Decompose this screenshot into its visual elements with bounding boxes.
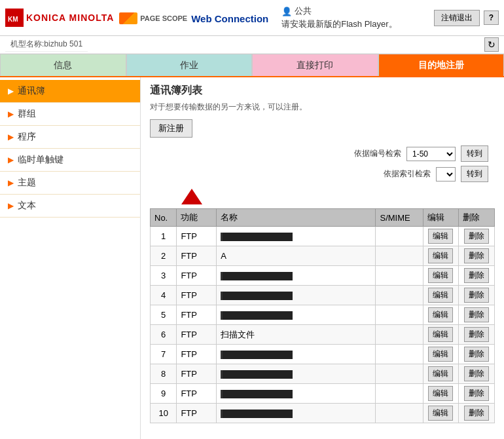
index-select[interactable] [436,167,456,181]
new-register-button[interactable]: 新注册 [150,119,192,138]
edit-button[interactable]: 编辑 [428,366,453,381]
search-row-number: 依据编号检索 1-50 51-100 101-150 转到 [354,145,488,162]
sidebar-item-one-touch[interactable]: ▶ 临时单触键 [0,149,140,172]
col-header-no: No. [151,209,177,227]
arrow-icon: ▶ [8,86,14,96]
cell-smime [376,325,423,345]
cell-delete: 删除 [459,266,495,286]
edit-button[interactable]: 编辑 [428,248,453,263]
cell-name: A [217,246,376,266]
cell-edit: 编辑 [423,384,459,404]
cell-smime [376,246,423,266]
goto-button-index[interactable]: 转到 [461,166,488,182]
edit-button[interactable]: 编辑 [428,288,453,303]
cell-smime [376,384,423,404]
redacted-name [221,272,293,280]
table-row: 2FTPA编辑删除 [151,246,495,266]
header: KM KONICA MINOLTA PAGE SCOPE Web Connect… [0,0,504,36]
cell-delete: 删除 [459,345,495,364]
cell-delete: 删除 [459,227,495,246]
km-icon: KM [5,9,24,27]
edit-button[interactable]: 编辑 [428,406,453,421]
pagescope-logo: PAGE SCOPE Web Connection [119,12,268,24]
sidebar-label-group: 群组 [18,108,36,120]
pagescope-label: PAGE SCOPE [140,14,187,22]
redacted-name [221,370,293,379]
sidebar-label-program: 程序 [18,131,36,143]
sidebar-item-address-book[interactable]: ▶ 通讯簿 [0,80,140,103]
redacted-name [221,311,293,320]
header-right: 注销退出 ? [434,10,499,26]
cell-name [217,384,376,404]
cell-no: 2 [151,246,177,266]
cell-func: FTP [177,325,217,345]
user-info: 👤 公共 [281,5,420,17]
edit-button[interactable]: 编辑 [428,327,453,342]
sidebar-label-text: 文本 [18,200,36,212]
user-label: 公共 [295,5,312,17]
cell-name [217,305,376,325]
delete-button[interactable]: 删除 [464,327,489,342]
cell-edit: 编辑 [423,266,459,286]
table-body: 1FTP编辑删除2FTPA编辑删除3FTP编辑删除4FTP编辑删除5FTP编辑删… [151,227,495,423]
redacted-name [221,292,293,300]
delete-button[interactable]: 删除 [464,406,489,421]
edit-button[interactable]: 编辑 [428,386,453,401]
flash-message: 请安装最新版的Flash Player。 [281,18,420,30]
table-row: 7FTP编辑删除 [151,345,495,364]
machine-name-bar: 机型名称:bizhub 501 ↻ [0,36,504,54]
cell-edit: 编辑 [423,305,459,325]
tab-job[interactable]: 作业 [126,54,253,76]
konica-minolta-logo: KM KONICA MINOLTA [5,9,114,27]
delete-button[interactable]: 删除 [464,386,489,401]
sidebar-item-theme[interactable]: ▶ 主题 [0,172,140,195]
cell-name [217,364,376,384]
delete-button[interactable]: 删除 [464,248,489,263]
delete-button[interactable]: 删除 [464,229,489,244]
table-row: 3FTP编辑删除 [151,266,495,286]
number-range-select[interactable]: 1-50 51-100 101-150 [406,147,456,161]
cell-func: FTP [177,227,217,246]
table-row: 5FTP编辑删除 [151,305,495,325]
sidebar-item-group[interactable]: ▶ 群组 [0,103,140,126]
help-button[interactable]: ? [484,10,499,25]
delete-button[interactable]: 删除 [464,268,489,283]
col-header-name: 名称 [217,209,376,227]
logout-button[interactable]: 注销退出 [434,10,480,26]
delete-button[interactable]: 删除 [464,347,489,362]
col-header-edit: 编辑 [423,209,459,227]
delete-button[interactable]: 删除 [464,288,489,303]
main-layout: ▶ 通讯簿 ▶ 群组 ▶ 程序 ▶ 临时单触键 ▶ 主题 ▶ 文本 通讯簿列表 … [0,77,504,439]
table-row: 4FTP编辑删除 [151,286,495,305]
redacted-name [221,233,293,241]
tab-direct-print[interactable]: 直接打印 [252,54,378,76]
redacted-name [221,351,293,359]
user-icon: 👤 [281,7,292,16]
arrow-icon: ▶ [8,132,14,142]
cell-func: FTP [177,305,217,325]
edit-button[interactable]: 编辑 [428,229,453,244]
delete-button[interactable]: 删除 [464,307,489,322]
brand-name: KONICA MINOLTA [26,12,114,23]
edit-button[interactable]: 编辑 [428,268,453,283]
edit-button[interactable]: 编辑 [428,347,453,362]
sidebar-item-text[interactable]: ▶ 文本 [0,195,140,218]
sidebar-item-program[interactable]: ▶ 程序 [0,126,140,149]
sidebar: ▶ 通讯簿 ▶ 群组 ▶ 程序 ▶ 临时单触键 ▶ 主题 ▶ 文本 [0,77,141,439]
cell-smime [376,364,423,384]
goto-button-number[interactable]: 转到 [461,145,488,162]
cell-func: FTP [177,364,217,384]
tab-info[interactable]: 信息 [0,54,126,76]
delete-button[interactable]: 删除 [464,366,489,381]
cell-no: 5 [151,305,177,325]
cell-no: 8 [151,364,177,384]
cell-no: 4 [151,286,177,305]
cell-name [217,345,376,364]
address-table: No. 功能 名称 S/MIME 编辑 删除 1FTP编辑删除2FTPA编辑删除… [150,208,495,423]
edit-button[interactable]: 编辑 [428,307,453,322]
sidebar-label-address-book: 通讯簿 [18,85,45,97]
refresh-button[interactable]: ↻ [484,37,499,52]
header-left: KM KONICA MINOLTA PAGE SCOPE Web Connect… [5,9,268,27]
tab-address-reg[interactable]: 目的地注册 [378,54,505,76]
col-header-func: 功能 [177,209,217,227]
